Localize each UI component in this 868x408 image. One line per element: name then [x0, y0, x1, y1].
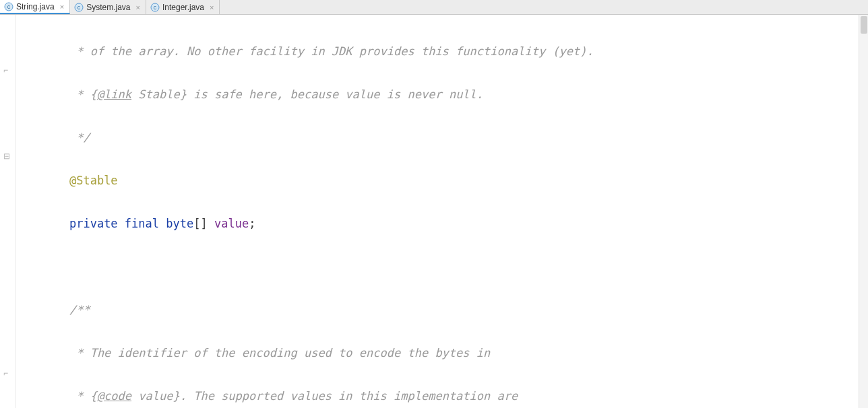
code-text: @code — [97, 389, 131, 403]
fold-end-icon[interactable]: ⌐ — [3, 66, 11, 74]
tab-string-java[interactable]: c String.java × — [0, 0, 70, 14]
scrollbar-thumb[interactable] — [861, 16, 867, 34]
close-icon[interactable]: × — [59, 3, 65, 11]
java-class-icon: c — [4, 2, 13, 11]
code-text: */ — [42, 131, 90, 144]
tab-system-java[interactable]: c System.java × — [70, 0, 146, 14]
code-text: /** — [42, 303, 90, 316]
tab-label: String.java — [16, 2, 55, 11]
vertical-scrollbar[interactable] — [859, 15, 868, 408]
code-text: * of the array. No other facility in JDK… — [42, 44, 594, 58]
code-text: value}. The supported values in this imp… — [131, 389, 518, 403]
java-class-icon: c — [150, 3, 160, 12]
code-text: private — [69, 217, 118, 230]
editor-tabs: c String.java × c System.java × c Intege… — [0, 0, 868, 15]
fold-end-icon[interactable]: ⌐ — [3, 369, 11, 377]
svg-text:c: c — [78, 4, 81, 11]
code-text: * { — [42, 389, 97, 403]
svg-text:c: c — [7, 3, 11, 10]
tab-label: System.java — [86, 3, 130, 12]
code-editor[interactable]: * of the array. No other facility in JDK… — [16, 15, 594, 408]
code-text: ; — [249, 217, 255, 230]
code-text: byte — [166, 217, 193, 230]
close-icon[interactable]: × — [135, 3, 142, 11]
svg-text:c: c — [154, 4, 157, 11]
code-text: @link — [97, 88, 131, 101]
code-text: } is safe here, because value is never n… — [180, 88, 483, 101]
java-class-icon: c — [74, 3, 84, 12]
tab-integer-java[interactable]: c Integer.java × — [146, 0, 220, 14]
gutter[interactable]: ⌐ ⊟ ⌐ — [0, 15, 16, 408]
code-text: final — [125, 217, 159, 230]
editor-area: ⌐ ⊟ ⌐ * of the array. No other facility … — [0, 15, 868, 408]
code-text: * { — [42, 88, 97, 101]
fold-start-icon[interactable]: ⊟ — [3, 152, 11, 160]
code-text: value — [214, 217, 249, 230]
tab-label: Integer.java — [162, 3, 204, 12]
code-text: [] — [193, 217, 214, 230]
code-text: * The identifier of the encoding used to… — [42, 346, 490, 360]
code-text: @Stable — [69, 174, 118, 187]
code-text: Stable — [131, 88, 180, 101]
close-icon[interactable]: × — [208, 3, 215, 11]
